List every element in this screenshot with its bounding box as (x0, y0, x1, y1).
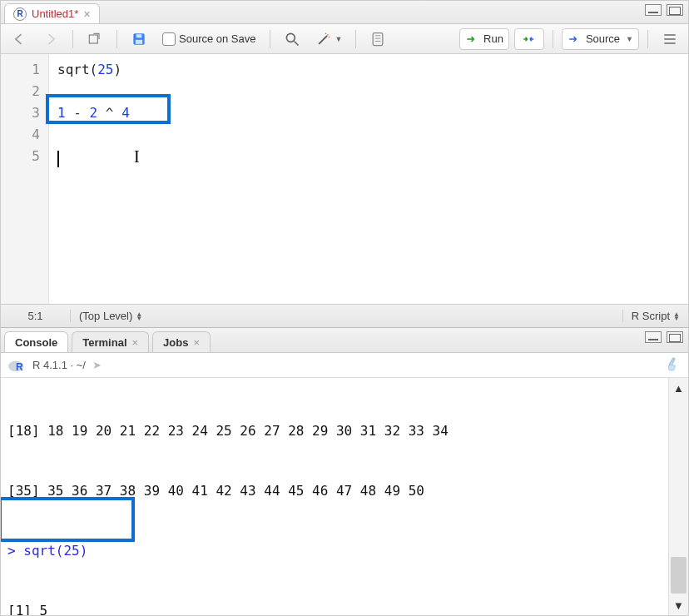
editor-tab-untitled[interactable]: R Untitled1* × (4, 3, 100, 23)
close-icon[interactable]: × (83, 8, 90, 20)
svg-point-8 (328, 36, 330, 37)
maximize-pane-icon[interactable] (667, 331, 683, 343)
svg-point-7 (327, 34, 329, 36)
editor-toolbar: Source on Save ▼ Run Source ▼ (1, 24, 688, 54)
tab-terminal[interactable]: Terminal × (72, 331, 149, 352)
maximize-pane-icon[interactable] (667, 4, 683, 16)
find-button[interactable] (279, 28, 305, 50)
minimize-pane-icon[interactable] (645, 4, 662, 16)
run-arrow-icon (465, 32, 480, 47)
svg-line-6 (319, 35, 327, 43)
checkbox-icon (162, 32, 176, 46)
editor-pane: R Untitled1* × Source on Save (1, 1, 688, 328)
code-area[interactable]: sqrt(25) 1 - 2 ^ 4 I (49, 54, 688, 304)
notebook-icon (369, 31, 386, 47)
rerun-button[interactable] (514, 28, 544, 50)
toolbar-separator (355, 30, 356, 48)
toolbar-separator (270, 30, 270, 48)
code-tools-button[interactable]: ▼ (310, 28, 348, 50)
scroll-down-icon[interactable]: ▼ (669, 595, 688, 615)
editor-body[interactable]: 1 2 3 4 5 sqrt(25) 1 - 2 ^ 4 I (1, 54, 688, 304)
language-selector[interactable]: R Script ▲▼ (622, 310, 688, 322)
ibeam-cursor-icon: I (134, 146, 140, 167)
outline-icon (662, 31, 678, 47)
cursor-position: 5:1 (1, 310, 71, 322)
console-output[interactable]: [18] 18 19 20 21 22 23 24 25 26 27 28 29… (1, 378, 668, 615)
line-number: 2 (1, 81, 40, 102)
r-logo-icon: R (7, 358, 26, 373)
scope-label: (Top Level) (79, 310, 132, 322)
code-line (57, 124, 688, 146)
code-token-num: 2 (90, 105, 98, 121)
line-number: 3 (1, 102, 40, 124)
minimize-pane-icon[interactable] (645, 331, 662, 343)
console-pane: Console Terminal × Jobs × R R 4.1.1 · ~/… (1, 328, 688, 615)
run-button[interactable]: Run (459, 28, 509, 50)
nav-forward-button[interactable] (37, 28, 64, 50)
console-info-text: R 4.1.1 · ~/ (32, 359, 86, 371)
console-tabstrip: Console Terminal × Jobs × (1, 328, 688, 353)
tab-label: Terminal (82, 336, 126, 349)
close-icon[interactable]: × (193, 336, 200, 349)
send-to-source-icon[interactable]: ➤ (92, 359, 102, 371)
vertical-scrollbar[interactable]: ▲ ▼ (668, 378, 688, 615)
console-line: [35] 35 36 37 38 39 40 41 42 43 44 45 46… (7, 481, 662, 501)
wand-icon (315, 31, 332, 47)
toolbar-separator (647, 30, 648, 48)
source-on-save-toggle[interactable]: Source on Save (157, 30, 261, 48)
save-button[interactable] (126, 28, 152, 50)
source-arrow-icon (568, 32, 582, 47)
svg-rect-3 (136, 39, 142, 43)
outline-button[interactable] (657, 28, 683, 50)
svg-line-5 (294, 41, 298, 45)
tab-jobs[interactable]: Jobs × (152, 331, 211, 352)
tab-console[interactable]: Console (4, 331, 68, 352)
code-line (57, 81, 688, 102)
tab-label: Jobs (163, 336, 188, 349)
line-gutter: 1 2 3 4 5 (1, 54, 49, 304)
line-number: 5 (1, 146, 40, 167)
close-icon[interactable]: × (132, 336, 139, 349)
code-line: 1 - 2 ^ 4 (57, 102, 688, 124)
svg-rect-0 (89, 35, 97, 43)
clear-console-icon[interactable] (665, 355, 682, 375)
scroll-thumb[interactable] (671, 557, 687, 594)
editor-tab-title: Untitled1* (32, 7, 78, 20)
chevron-down-icon: ▼ (626, 35, 633, 43)
svg-rect-2 (136, 34, 142, 37)
code-token-fn: sqrt (57, 62, 90, 77)
scope-selector[interactable]: (Top Level) ▲▼ (71, 310, 622, 322)
toolbar-separator (72, 30, 73, 48)
annotation-highlight (1, 497, 135, 542)
r-file-icon: R (13, 7, 27, 21)
console-line: [1] 5 (7, 601, 662, 615)
editor-statusbar: 5:1 (Top Level) ▲▼ R Script ▲▼ (1, 304, 688, 327)
console-line: > sqrt(25) (7, 541, 662, 561)
nav-back-button[interactable] (6, 28, 32, 50)
code-token-paren: ) (113, 62, 121, 77)
text-caret (57, 151, 59, 167)
show-in-new-window-button[interactable] (82, 28, 108, 50)
source-button[interactable]: Source ▼ (562, 28, 639, 50)
editor-tabstrip: R Untitled1* × (1, 1, 688, 24)
sort-icon: ▲▼ (673, 312, 680, 320)
code-token-paren: ( (90, 62, 98, 77)
search-icon (284, 31, 300, 47)
svg-point-4 (286, 33, 295, 42)
toolbar-separator (553, 30, 553, 48)
popout-icon (87, 31, 103, 47)
scroll-up-icon[interactable]: ▲ (669, 378, 688, 398)
arrow-right-icon (42, 31, 59, 47)
console-pane-controls (645, 331, 683, 343)
compile-report-button[interactable] (364, 28, 391, 50)
code-token-num: 1 (57, 105, 66, 121)
editor-pane-controls (645, 4, 683, 16)
line-number: 1 (1, 59, 40, 81)
source-on-save-label: Source on Save (179, 32, 256, 45)
svg-rect-10 (374, 32, 384, 45)
sort-icon: ▲▼ (136, 312, 142, 320)
scroll-track[interactable] (669, 398, 688, 595)
svg-point-9 (325, 32, 326, 34)
console-body: [18] 18 19 20 21 22 23 24 25 26 27 28 29… (1, 378, 688, 615)
run-label: Run (483, 32, 503, 45)
